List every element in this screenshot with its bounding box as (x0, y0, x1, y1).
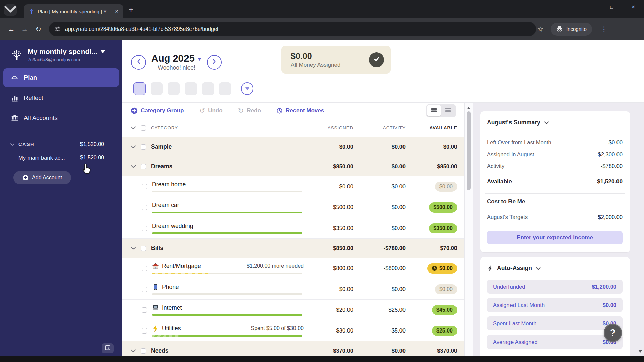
reload-button[interactable]: ↻ (32, 22, 45, 36)
group-checkbox[interactable] (141, 164, 146, 169)
next-month-button[interactable] (207, 55, 222, 70)
available-pill[interactable]: $0.00 (435, 284, 457, 294)
category-row-internet[interactable]: Internet $20.00 $25.00 $45.00 (122, 300, 464, 320)
category-row-utilities[interactable]: Utilities Spent $5.00 of $30.00 $30.00 -… (122, 320, 464, 341)
group-row-dreams[interactable]: Dreams $850.00 $0.00 $850.00 (122, 157, 464, 176)
bookmark-star-icon[interactable]: ☆ (537, 25, 543, 33)
browser-tab[interactable]: Plan | My monthly spending | Y ✕ (24, 4, 123, 18)
undo-button[interactable]: ↺ Undo (199, 107, 222, 115)
group-checkbox[interactable] (141, 348, 146, 354)
auto-assign-card: Auto-Assign Underfunded $1,200.00 Assign… (480, 257, 630, 356)
category-row-rent-mortgage[interactable]: Rent/Mortgage $1,200.00 more needed $800… (122, 258, 464, 279)
category-checkbox[interactable] (142, 307, 147, 313)
view-toggle-compact[interactable] (441, 105, 455, 116)
recent-moves-button[interactable]: Recent Moves (276, 107, 324, 114)
table-scrollbar[interactable] (464, 103, 473, 356)
category-row-phone[interactable]: Phone $0.00 $0.00 $0.00 (122, 279, 464, 300)
scrollbar-thumb[interactable] (467, 111, 471, 190)
sidebar-item-plan[interactable]: Plan (3, 68, 119, 87)
category-checkbox[interactable] (142, 184, 147, 189)
scroll-up-icon[interactable] (467, 105, 471, 111)
category-row-dream-home[interactable]: Dream home $0.00 $0.00 $0.00 (122, 176, 464, 197)
tab-close-icon[interactable]: ✕ (113, 8, 120, 15)
cash-group-label: CASH (18, 142, 80, 147)
column-available[interactable]: AVAILABLE (406, 125, 457, 130)
previous-month-button[interactable] (131, 55, 146, 70)
plus-circle-icon (131, 107, 138, 114)
group-row-sample[interactable]: Sample $0.00 $0.00 $0.00 (122, 137, 464, 157)
group-checkbox[interactable] (141, 144, 146, 150)
summary-header[interactable]: August's Summary (487, 119, 623, 126)
tab-search-button[interactable] (4, 4, 17, 16)
window-maximize-button[interactable]: □ (601, 0, 623, 14)
url-bar[interactable]: app.ynab.com/2849d6a8-ca3b-4a41-bf7c-537… (49, 22, 536, 36)
budget-switcher[interactable]: My monthly spendi... 7c3ac6a8@moodjoy.co… (0, 48, 122, 62)
available-pill[interactable]: $0.00 (435, 182, 457, 192)
auto-assign-row-underfunded[interactable]: Underfunded $1,200.00 (487, 280, 623, 294)
auto-assign-row-spent-last-month[interactable]: Spent Last Month $0.00 (487, 316, 623, 330)
chevron-down-icon[interactable] (131, 144, 136, 150)
sidebar-item-reflect[interactable]: Reflect (3, 88, 119, 107)
redo-button[interactable]: ↻ Redo (238, 107, 261, 115)
column-assigned[interactable]: ASSIGNED (306, 125, 353, 130)
category-checkbox[interactable] (142, 287, 147, 292)
add-category-group-button[interactable]: Category Group (131, 107, 184, 114)
table-toolbar: Category Group ↺ Undo ↻ Redo (122, 103, 464, 119)
back-button[interactable]: ← (5, 22, 18, 36)
sidebar-item-all-accounts[interactable]: All Accounts (3, 109, 119, 127)
help-button[interactable]: ? (604, 324, 622, 342)
auto-assign-row-assigned-last-month[interactable]: Assigned Last Month $0.00 (487, 298, 623, 312)
category-checkbox[interactable] (142, 205, 147, 210)
month-selector[interactable]: Aug 2025 (151, 53, 202, 64)
available-pill[interactable]: $0.00 (427, 263, 457, 274)
filter-chip-underfunded[interactable] (151, 82, 163, 95)
category-checkbox[interactable] (142, 328, 147, 334)
group-row-bills[interactable]: Bills $850.00 -$780.00 $70.00 (122, 239, 464, 258)
chevron-down-icon[interactable] (131, 348, 136, 354)
auto-assign-row-average-assigned[interactable]: Average Assigned $0.00 (487, 335, 623, 349)
chevron-down-icon[interactable] (131, 164, 136, 170)
chevron-down-icon[interactable] (10, 141, 14, 147)
view-toggle-detailed[interactable] (427, 105, 441, 116)
sidebar-account-item[interactable]: My main bank ac... $1,520.00 (0, 150, 122, 165)
window-close-button[interactable]: ✕ (623, 0, 644, 14)
forward-button[interactable]: → (18, 22, 32, 36)
phone-icon (152, 284, 159, 291)
summary-row-available: Available $1,520.00 (487, 175, 623, 188)
filter-chip-sample-view[interactable] (219, 82, 231, 95)
account-group-cash[interactable]: CASH $1,520.00 (0, 139, 122, 150)
filter-chip-overfunded[interactable] (168, 82, 180, 95)
category-checkbox[interactable] (142, 266, 147, 271)
plus-icon (22, 175, 29, 181)
collapse-all-icon[interactable] (131, 125, 136, 131)
browser-menu-icon[interactable]: ⋮ (598, 25, 610, 33)
column-activity[interactable]: ACTIVITY (353, 125, 406, 130)
site-settings-icon[interactable] (54, 26, 61, 32)
new-tab-button[interactable]: + (129, 6, 133, 14)
filter-chip-all[interactable] (133, 82, 146, 95)
chevron-down-icon[interactable] (131, 245, 136, 251)
bank-icon (11, 114, 19, 122)
enter-expected-income-button[interactable]: Enter your expected income (487, 231, 623, 244)
collapse-sidebar-button[interactable] (102, 343, 114, 353)
group-row-needs[interactable]: Needs $370.00 $0.00 $370.00 (122, 341, 464, 356)
summary-row-left-over-from-last-month: Left Over from Last Month $0.00 (487, 137, 623, 148)
money-assigned-banner[interactable]: $0.00 All Money Assigned (281, 46, 391, 74)
filter-menu-button[interactable] (241, 82, 253, 95)
available-pill[interactable]: $45.00 (432, 305, 457, 315)
category-checkbox[interactable] (142, 226, 147, 231)
scroll-down-icon[interactable] (638, 348, 642, 354)
auto-assign-header[interactable]: Auto-Assign (487, 264, 623, 272)
window-minimize-button[interactable]: ─ (580, 0, 601, 14)
available-pill[interactable]: $25.00 (432, 326, 457, 336)
category-row-dream-wedding[interactable]: Dream wedding $350.00 $0.00 $350.00 (122, 218, 464, 239)
add-account-button[interactable]: Add Account (13, 171, 71, 184)
progress-bar (152, 273, 302, 274)
filter-chip-snoozed[interactable] (202, 82, 214, 95)
category-row-dream-car[interactable]: Dream car $500.00 $0.00 $500.00 (122, 197, 464, 218)
available-pill[interactable]: $500.00 (429, 202, 457, 213)
available-pill[interactable]: $350.00 (429, 223, 457, 233)
select-all-checkbox[interactable] (141, 125, 146, 131)
filter-chip-money-available[interactable] (185, 82, 197, 95)
group-checkbox[interactable] (141, 246, 146, 251)
